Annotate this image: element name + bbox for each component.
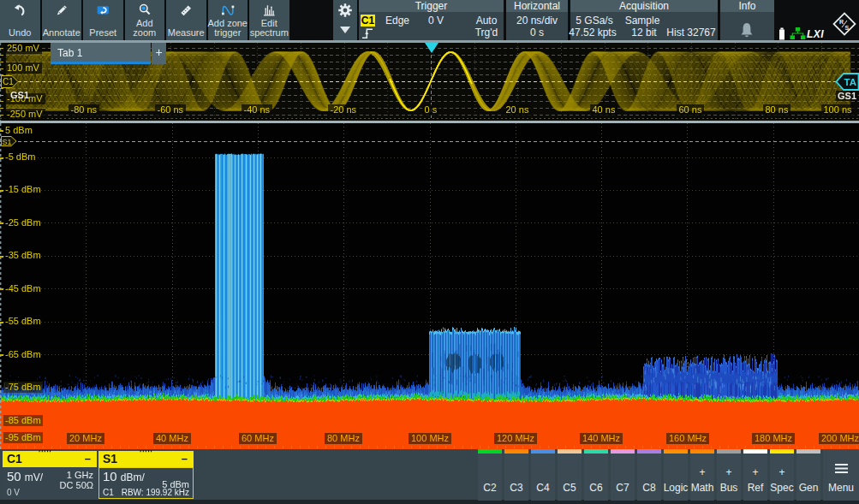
svg-text:S: S (845, 25, 850, 31)
svg-text:C1: C1 (3, 77, 14, 86)
svg-text:R: R (839, 19, 844, 25)
svg-text:TA: TA (844, 77, 856, 87)
svg-text:S1: S1 (3, 138, 12, 146)
